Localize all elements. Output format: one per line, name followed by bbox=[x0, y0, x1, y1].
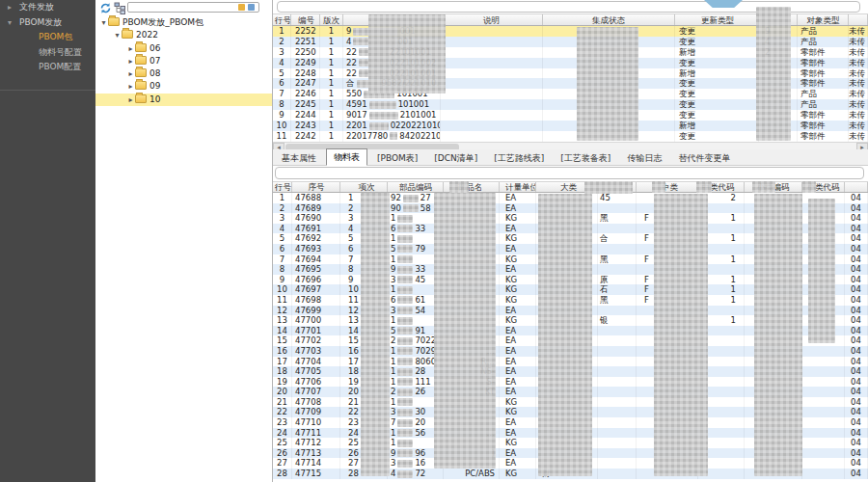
cell-unit: KG bbox=[500, 438, 536, 448]
tree-node-PBOM发放_PBOM包[interactable]: ▾PBOM发放_PBOM包 bbox=[95, 16, 272, 29]
redaction-chip bbox=[397, 409, 413, 416]
cell-update-type: 变更 bbox=[675, 78, 759, 89]
tab-material[interactable]: 物料表 bbox=[326, 148, 367, 166]
redaction-chip bbox=[397, 296, 413, 304]
folder-icon bbox=[135, 43, 147, 52]
filter-icon[interactable] bbox=[248, 4, 255, 11]
redaction-chip bbox=[397, 368, 413, 376]
refresh-icon[interactable] bbox=[99, 2, 112, 14]
tree-panel: ▾PBOM发放_PBOM包▾2022▸06▸07▸08▸09▸10 bbox=[95, 0, 273, 482]
chevron-down-icon: ▾ bbox=[8, 15, 19, 31]
header-item-no: 项次 bbox=[340, 182, 388, 192]
sidebar-item-pbom-config[interactable]: PBOM配置 bbox=[0, 60, 95, 75]
cell-id: 2251 bbox=[291, 37, 320, 47]
cell-serial: 47699 bbox=[292, 306, 340, 316]
redaction-chip bbox=[397, 327, 413, 335]
cell-description bbox=[441, 120, 543, 131]
material-filter-input[interactable] bbox=[275, 167, 864, 179]
redaction-chip bbox=[397, 317, 413, 325]
cell-class-extra bbox=[598, 397, 637, 408]
cell-update-type: 新增 bbox=[675, 68, 759, 79]
material-table-header: 行号序号项次部品编码部品名计量单位大类中类中类代码小类编码小类代码 bbox=[273, 181, 868, 193]
sidebar-item-label: PBOM发放 bbox=[19, 17, 62, 27]
sidebar-divider bbox=[0, 90, 95, 91]
tree-node-10[interactable]: ▸10 bbox=[95, 94, 272, 106]
cell-row-no: 27 bbox=[273, 458, 292, 469]
tab-route[interactable]: [工艺路线表] bbox=[487, 151, 551, 165]
cell-row-no: 3 bbox=[273, 213, 292, 224]
cell-row-no: 6 bbox=[273, 78, 291, 89]
cell-row-no: 8 bbox=[273, 99, 291, 110]
cell-object-type: 零部件 bbox=[798, 120, 849, 131]
cell-class-extra bbox=[598, 326, 637, 336]
header-unit: 计量单位 bbox=[500, 182, 536, 192]
cell-class-04: 04 bbox=[845, 306, 868, 316]
cell-class-extra: 黑 bbox=[598, 213, 637, 224]
cell-class-04: 04 bbox=[845, 244, 868, 254]
tab-tooling[interactable]: [工艺装备表] bbox=[554, 151, 617, 165]
redaction-mosaic bbox=[802, 181, 816, 193]
locate-icon[interactable] bbox=[238, 4, 245, 11]
tab-basic[interactable]: 基本属性 bbox=[275, 151, 323, 165]
cell-class-04: 04 bbox=[845, 397, 868, 408]
tab-substitute[interactable]: 替代件变更单 bbox=[671, 151, 737, 165]
tree-node-label: 10 bbox=[149, 94, 160, 104]
tree-node-2022[interactable]: ▾2022 bbox=[95, 29, 272, 41]
cell-class-extra bbox=[598, 407, 637, 417]
redaction-chip bbox=[397, 388, 413, 396]
cell-row-no: 16 bbox=[273, 346, 292, 357]
cell-description bbox=[441, 131, 543, 142]
sidebar-item-material-config[interactable]: 物料号配置 bbox=[0, 45, 95, 61]
expand-tree-icon[interactable] bbox=[114, 2, 126, 14]
cell-update-type: 变更 bbox=[675, 58, 759, 68]
sidebar-item-pbom-release[interactable]: ▾PBOM发放 bbox=[0, 15, 95, 31]
cell-description bbox=[441, 99, 543, 110]
cell-update-type: 变更 bbox=[675, 99, 759, 110]
cell-class-04: 04 bbox=[845, 203, 868, 214]
tree-node-08[interactable]: ▸08 bbox=[95, 67, 272, 80]
redaction-mosaic bbox=[449, 181, 469, 193]
redaction-chip bbox=[403, 195, 419, 202]
cell-object-type: 零部件 bbox=[798, 47, 849, 58]
cell-unit: EA bbox=[500, 366, 536, 377]
cell-transfer-status: 未传 bbox=[849, 120, 868, 131]
header-id: 编号 bbox=[291, 14, 320, 25]
sidebar-item-label: 文件发放 bbox=[19, 2, 54, 12]
redaction-chip bbox=[397, 419, 413, 427]
cell-description bbox=[441, 78, 543, 89]
sidebar-item-file-release[interactable]: ▸文件发放 bbox=[0, 0, 95, 15]
header-row-no: 行号 bbox=[273, 14, 291, 25]
cell-serial: 47700 bbox=[292, 315, 340, 326]
folder-icon bbox=[135, 81, 147, 90]
tree-node-07[interactable]: ▸07 bbox=[95, 55, 272, 67]
cell-sub-code bbox=[802, 417, 845, 428]
tree-node-09[interactable]: ▸09 bbox=[95, 80, 272, 93]
tree-node-06[interactable]: ▸06 bbox=[95, 42, 272, 55]
chevron-right-icon: ▸ bbox=[126, 67, 135, 80]
redaction-chip bbox=[397, 266, 413, 274]
tab-dcn[interactable]: [DCN清单] bbox=[427, 151, 484, 165]
cell-serial: 47707 bbox=[292, 387, 340, 397]
cell-unit: KG bbox=[500, 407, 536, 417]
tab-translog[interactable]: 传输日志 bbox=[620, 151, 668, 165]
cell-class-extra bbox=[598, 366, 637, 377]
cell-class-extra bbox=[598, 438, 637, 448]
tree-node-label: PBOM发放_PBOM包 bbox=[122, 17, 203, 27]
cell-row-no: 22 bbox=[273, 407, 292, 417]
sidebar-item-pbom-package[interactable]: PBOM包 bbox=[0, 30, 95, 45]
cell-class-extra: 黑 bbox=[598, 295, 637, 306]
tree-node-label: 2022 bbox=[136, 30, 158, 40]
cell-code: 4591101001 bbox=[343, 99, 441, 110]
cell-description bbox=[441, 47, 543, 58]
header-object-type: 对象类型 bbox=[798, 14, 849, 25]
cell-revision: 1 bbox=[320, 89, 343, 99]
cell-serial: 47712 bbox=[292, 438, 340, 448]
header-class-04 bbox=[845, 182, 868, 192]
cell-class-04: 04 bbox=[845, 284, 868, 295]
cell-object-type: 零部件 bbox=[798, 78, 849, 89]
tab-pbom[interactable]: [PBOM表] bbox=[370, 151, 424, 165]
cell-sub-code bbox=[802, 366, 845, 377]
redaction-chip bbox=[369, 112, 398, 120]
cell-serial: 47713 bbox=[292, 448, 340, 459]
cell-id: 2242 bbox=[291, 131, 320, 142]
